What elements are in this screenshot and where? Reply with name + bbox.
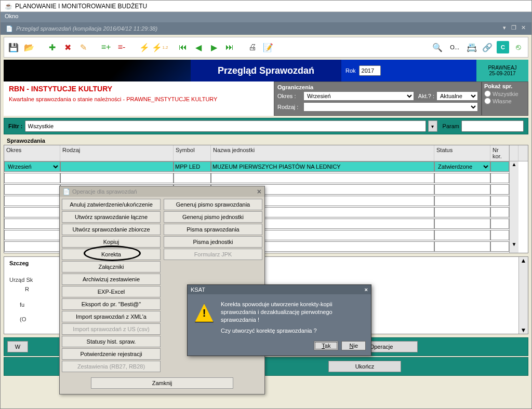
form-title: Przegląd sprawozdań (kompilacja 2016/04/…: [16, 25, 157, 32]
col-status: Status: [434, 145, 490, 161]
last-icon[interactable]: ⏭: [223, 41, 236, 53]
add-icon[interactable]: ✚: [46, 41, 58, 53]
card-icon[interactable]: 📇: [466, 41, 478, 53]
okres-select[interactable]: Wrzesień: [303, 91, 414, 101]
exp-excel-button[interactable]: EXP-Excel: [62, 286, 161, 297]
nie-button[interactable]: Nie: [341, 341, 366, 350]
potwierdzenie-button[interactable]: Potwierdzenie rejestracji: [62, 348, 161, 360]
open-icon[interactable]: 📂: [23, 41, 35, 53]
row-op1-icon[interactable]: ≡+: [100, 41, 112, 53]
utworz-zbiorcze-button[interactable]: Utwórz sprawozdanie zbiorcze: [62, 224, 161, 235]
link-icon[interactable]: 🔗: [481, 41, 494, 53]
lightning2-icon[interactable]: ⚡1.2: [154, 41, 166, 53]
col-okres: Okres: [4, 145, 60, 161]
pismo-jednostki-button[interactable]: Generuj pismo jednostki: [164, 211, 262, 223]
save-icon[interactable]: 💾: [7, 41, 20, 53]
form-icon: 📄: [6, 25, 13, 32]
pisma-sprawozdania-button[interactable]: Pisma sprawozdania: [164, 224, 262, 235]
scroll-down-icon[interactable]: ▼: [509, 241, 518, 253]
rbn-title: RBN - INSTYTUCJE KULTURY: [9, 85, 269, 93]
first-icon[interactable]: ⏮: [177, 41, 189, 53]
corner-date: 25-09-2017: [489, 71, 515, 76]
scroll-up-icon[interactable]: ▲: [509, 161, 518, 173]
sprawozdania-label: Sprawozdania: [4, 137, 528, 145]
prev-icon[interactable]: ◀: [192, 41, 205, 53]
rbn-box: RBN - INSTYTUCJE KULTURY Kwartalne spraw…: [4, 81, 274, 116]
main-title-bar: PLANOWANIE I MONITOROWANIE BUDŻETU: [1, 1, 531, 12]
import-us-button: Import sprawozdań z US (csv): [62, 323, 161, 335]
cell-rodzaj[interactable]: [60, 161, 174, 172]
scroll-up-icon[interactable]: ▲: [521, 257, 527, 264]
corner-user: PRAWNEAJ: [488, 65, 516, 71]
edit-icon[interactable]: ✎: [77, 41, 89, 53]
next-icon[interactable]: ▶: [208, 41, 220, 53]
pismo-sprawozdania-button[interactable]: Generuj pismo sprawozdania: [164, 199, 262, 210]
radio-wszystkie[interactable]: [484, 90, 491, 97]
close-mdi-icon[interactable]: ✕: [519, 24, 527, 31]
sq-icon[interactable]: C: [497, 41, 509, 53]
w-button[interactable]: W: [7, 341, 28, 352]
archiwizuj-button[interactable]: Archiwizuj zestawienie: [62, 274, 161, 285]
col-nazwa: Nazwa jednostki: [211, 145, 434, 161]
filter-bar: Filtr : ▾ Param: [4, 118, 528, 134]
minimize-icon[interactable]: ▾: [500, 24, 509, 31]
statusy-button[interactable]: Statusy hist. spraw.: [62, 336, 161, 347]
pisma-jednostki-button[interactable]: Pisma jednostki: [164, 236, 262, 248]
ukoncz-button[interactable]: Ukończ: [328, 361, 401, 372]
window-title: PLANOWANIE I MONITOROWANIE BUDŻETU: [15, 3, 147, 10]
java-icon: [5, 3, 12, 10]
filter-input[interactable]: [25, 120, 426, 132]
param-input[interactable]: [461, 120, 524, 132]
menu-okno[interactable]: Okno: [5, 13, 18, 19]
search-icon[interactable]: 🔍: [431, 41, 444, 53]
anuluj-zatwierdzenie-button[interactable]: Anuluj zatwierdzenie/ukończenie: [62, 199, 161, 210]
rodzaj-select[interactable]: [303, 102, 478, 112]
ograniczenia-title: Ograniczenia: [277, 84, 478, 90]
eksport-bestia-button[interactable]: Eksport do pr. "Besti@": [62, 298, 161, 310]
scroll-down-icon[interactable]: ▼: [521, 326, 527, 334]
menu-bar: Okno: [1, 12, 531, 22]
cell-symbol[interactable]: [174, 161, 211, 172]
lightning-icon[interactable]: ⚡: [138, 41, 151, 53]
cell-status[interactable]: Zatwierdzone: [434, 161, 490, 172]
kopiuj-button[interactable]: Kopiuj: [62, 236, 161, 248]
import-xml-button[interactable]: Import sprawozdań z XML'a: [62, 311, 161, 322]
banner: Przegląd Sprawozdań Rok PRAWNEAJ 25-09-2…: [4, 60, 528, 81]
doc-icon[interactable]: 📝: [262, 41, 274, 53]
zestawienia-rb-button: Zestawienia (RB27, RB28): [62, 361, 161, 372]
korekta-button[interactable]: Korekta: [62, 249, 161, 260]
col-nrkor: Nr kor.: [490, 145, 509, 161]
ksat-confirm-dialog: KSAT × ! Korekta spowoduje utworzenie ko…: [187, 284, 371, 356]
rodzaj-label: Rodzaj :: [277, 104, 301, 110]
table-row[interactable]: Wrzesień Zatwierdzone ▲: [4, 161, 528, 173]
banner-right: Rok: [341, 60, 476, 81]
close-icon[interactable]: ×: [365, 287, 368, 293]
formularz-jpk-button: Formularz JPK: [164, 249, 262, 260]
tak-button[interactable]: Tak: [314, 341, 338, 350]
about-button[interactable]: O...: [447, 43, 462, 51]
param-label: Param: [443, 123, 459, 129]
restore-icon[interactable]: ❐: [510, 24, 518, 31]
row-op2-icon[interactable]: ≡-: [115, 41, 128, 53]
utworz-laczne-button[interactable]: Utwórz sprawozdanie łączne: [62, 211, 161, 223]
close-icon[interactable]: ×: [257, 187, 261, 196]
table-row[interactable]: [4, 173, 528, 184]
rok-label: Rok: [345, 67, 356, 74]
zamknij-button[interactable]: Zamknij: [91, 377, 233, 389]
akt-select[interactable]: Aktualne: [436, 91, 478, 101]
rok-input[interactable]: [359, 65, 381, 76]
cell-okres[interactable]: Wrzesień: [4, 161, 60, 172]
pokaz-wszystkie[interactable]: Wszystkie: [484, 90, 526, 97]
print-icon[interactable]: 🖨: [246, 41, 259, 53]
pokaz-wlasne[interactable]: Własne: [484, 98, 526, 104]
ksat-title: KSAT: [191, 287, 205, 293]
op-dialog-title: Operacje dla sprawozdań: [72, 188, 137, 195]
cell-nrkor[interactable]: [490, 161, 509, 172]
delete-icon[interactable]: ✖: [61, 41, 74, 53]
details-scrollbar[interactable]: ▲ ▼: [518, 257, 528, 334]
zalaczniki-button[interactable]: Załączniki: [62, 261, 161, 272]
filter-dropdown-icon[interactable]: ▾: [428, 120, 437, 132]
cell-nazwa[interactable]: [211, 161, 434, 172]
radio-wlasne[interactable]: [484, 98, 491, 104]
exit-icon[interactable]: ⎋: [512, 41, 525, 53]
